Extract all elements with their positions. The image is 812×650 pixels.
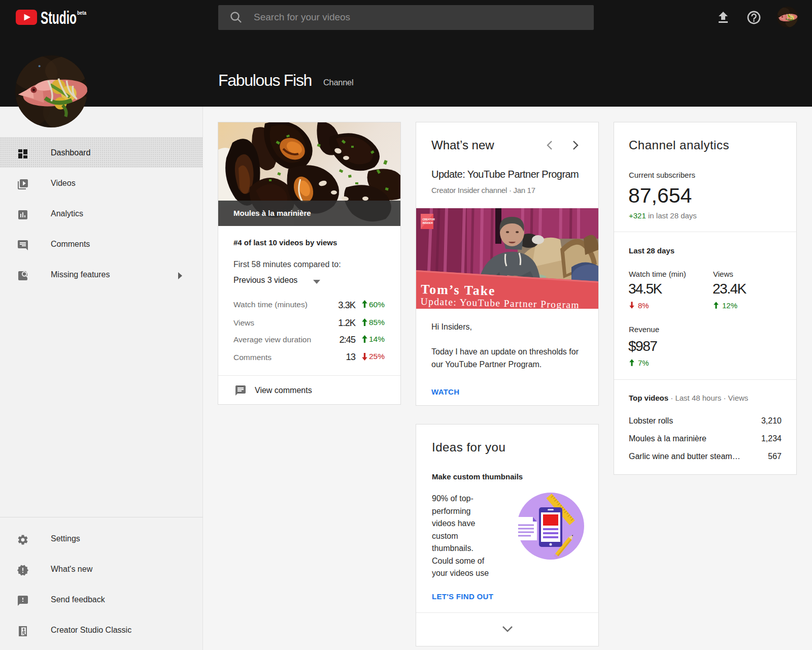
svg-text:Tom’s Take: Tom’s Take [421,282,496,298]
svg-text:CREATOR: CREATOR [423,218,435,221]
svg-text:Studio: Studio [41,10,77,28]
svg-text:INSIDER: INSIDER [423,221,433,224]
svg-text:beta: beta [77,10,86,16]
